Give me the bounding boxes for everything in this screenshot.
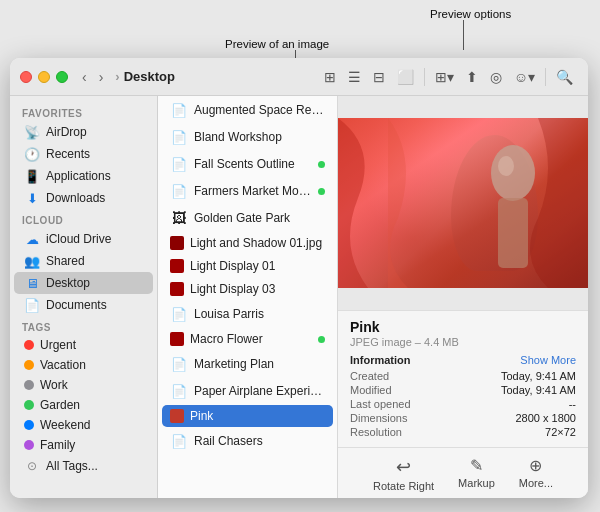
show-more-link[interactable]: Show More xyxy=(520,354,576,366)
file-size-separator: – xyxy=(415,336,424,348)
file-info: Pink JPEG image – 4.4 MB Information Sho… xyxy=(338,310,588,447)
view-gallery-btn[interactable]: ⬜ xyxy=(392,66,419,88)
file-icon xyxy=(170,282,184,296)
file-name: Pink xyxy=(190,409,325,423)
file-name: Rail Chasers xyxy=(194,434,325,448)
file-icon: 📄 xyxy=(170,305,188,323)
file-size: 4.4 MB xyxy=(424,336,459,348)
sidebar-item-label: Shared xyxy=(46,254,85,268)
fullscreen-button[interactable] xyxy=(56,71,68,83)
file-item[interactable]: 📄 Fall Scents Outline xyxy=(162,151,333,177)
sidebar-item-downloads[interactable]: ⬇ Downloads xyxy=(14,187,153,209)
back-button[interactable]: ‹ xyxy=(78,67,91,87)
sidebar-item-work[interactable]: Work xyxy=(14,375,153,395)
weekend-tag-dot xyxy=(24,420,34,430)
info-row: ModifiedToday, 9:41 AM xyxy=(350,383,576,397)
content-area: Favorites 📡 AirDrop 🕐 Recents 📱 Applicat… xyxy=(10,96,588,498)
info-row-key: Created xyxy=(350,370,389,382)
more-button[interactable]: ⊕ More... xyxy=(519,456,553,492)
file-icon: 📄 xyxy=(170,432,188,450)
urgent-tag-dot xyxy=(24,340,34,350)
preview-panel: Pink JPEG image – 4.4 MB Information Sho… xyxy=(338,96,588,498)
sidebar-item-label: Applications xyxy=(46,169,111,183)
sidebar-item-desktop[interactable]: 🖥 Desktop xyxy=(14,272,153,294)
airdrop-icon: 📡 xyxy=(24,124,40,140)
sidebar-item-documents[interactable]: 📄 Documents xyxy=(14,294,153,316)
view-icon-btn[interactable]: ⊞ xyxy=(319,66,341,88)
file-item-pink[interactable]: Pink xyxy=(162,405,333,427)
sidebar-item-shared[interactable]: 👥 Shared xyxy=(14,250,153,272)
file-name: Light Display 03 xyxy=(190,282,325,296)
vacation-tag-dot xyxy=(24,360,34,370)
markup-button[interactable]: ✎ Markup xyxy=(458,456,495,492)
sidebar-item-label: Family xyxy=(40,438,75,452)
file-icon: 📄 xyxy=(170,182,188,200)
info-row: Dimensions2800 x 1800 xyxy=(350,411,576,425)
share-btn[interactable]: ⬆ xyxy=(461,66,483,88)
information-label: Information xyxy=(350,354,411,366)
markup-label: Markup xyxy=(458,477,495,489)
file-item[interactable]: Light Display 01 xyxy=(162,255,333,277)
svg-point-3 xyxy=(498,156,514,176)
file-item[interactable]: 📄 Bland Workshop xyxy=(162,124,333,150)
sidebar-item-recents[interactable]: 🕐 Recents xyxy=(14,143,153,165)
icloud-drive-icon: ☁ xyxy=(24,231,40,247)
sidebar-item-vacation[interactable]: Vacation xyxy=(14,355,153,375)
sidebar-item-label: Weekend xyxy=(40,418,90,432)
group-btn[interactable]: ⊞▾ xyxy=(430,66,459,88)
search-btn[interactable]: 🔍 xyxy=(551,66,578,88)
downloads-icon: ⬇ xyxy=(24,190,40,206)
info-row-value: Today, 9:41 AM xyxy=(501,370,576,382)
family-tag-dot xyxy=(24,440,34,450)
close-button[interactable] xyxy=(20,71,32,83)
sidebar-item-family[interactable]: Family xyxy=(14,435,153,455)
tags-section-label: Tags xyxy=(10,316,157,335)
annotation-preview-options: Preview options xyxy=(430,8,511,20)
file-item[interactable]: 🖼 Golden Gate Park xyxy=(162,205,333,231)
info-row-key: Modified xyxy=(350,384,392,396)
more-label: More... xyxy=(519,477,553,489)
tag-dot xyxy=(318,161,325,168)
sidebar-item-urgent[interactable]: Urgent xyxy=(14,335,153,355)
tag-dot xyxy=(318,336,325,343)
file-item[interactable]: 📄 Paper Airplane Experiment xyxy=(162,378,333,404)
file-item[interactable]: 📄 Marketing Plan xyxy=(162,351,333,377)
rotate-right-icon: ↩ xyxy=(396,456,411,478)
forward-button[interactable]: › xyxy=(95,67,108,87)
sidebar-item-label: Urgent xyxy=(40,338,76,352)
rotate-right-label: Rotate Right xyxy=(373,480,434,492)
sidebar-item-airdrop[interactable]: 📡 AirDrop xyxy=(14,121,153,143)
sidebar-item-all-tags[interactable]: ⊙ All Tags... xyxy=(14,455,153,477)
file-icon xyxy=(170,259,184,273)
info-section-header: Information Show More xyxy=(350,354,576,366)
file-item[interactable]: 📄 Farmers Market Monthly Packet xyxy=(162,178,333,204)
info-row: CreatedToday, 9:41 AM xyxy=(350,369,576,383)
sidebar-item-icloud-drive[interactable]: ☁ iCloud Drive xyxy=(14,228,153,250)
finder-window: ‹ › › Desktop ⊞ ☰ ⊟ ⬜ ⊞▾ ⬆ ◎ ☺▾ 🔍 xyxy=(10,58,588,498)
sidebar: Favorites 📡 AirDrop 🕐 Recents 📱 Applicat… xyxy=(10,96,158,498)
desktop-icon: 🖥 xyxy=(24,275,40,291)
file-item[interactable]: 📄 Louisa Parris xyxy=(162,301,333,327)
rotate-right-button[interactable]: ↩ Rotate Right xyxy=(373,456,434,492)
recents-icon: 🕐 xyxy=(24,146,40,162)
file-item[interactable]: 📄 Rail Chasers xyxy=(162,428,333,454)
sidebar-item-label: All Tags... xyxy=(46,459,98,473)
minimize-button[interactable] xyxy=(38,71,50,83)
file-item[interactable]: Light and Shadow 01.jpg xyxy=(162,232,333,254)
file-item[interactable]: 📄 Augmented Space Reimagined xyxy=(162,97,333,123)
view-list-btn[interactable]: ☰ xyxy=(343,66,366,88)
favorites-section-label: Favorites xyxy=(10,102,157,121)
sidebar-item-garden[interactable]: Garden xyxy=(14,395,153,415)
preview-image-area xyxy=(338,96,588,310)
view-column-btn[interactable]: ⊟ xyxy=(368,66,390,88)
info-row-value: 2800 x 1800 xyxy=(515,412,576,424)
sidebar-item-label: AirDrop xyxy=(46,125,87,139)
file-icon xyxy=(170,409,184,423)
sidebar-item-applications[interactable]: 📱 Applications xyxy=(14,165,153,187)
markup-icon: ✎ xyxy=(470,456,483,475)
sidebar-item-weekend[interactable]: Weekend xyxy=(14,415,153,435)
file-item[interactable]: Macro Flower xyxy=(162,328,333,350)
action-btn[interactable]: ☺▾ xyxy=(509,66,540,88)
file-item[interactable]: Light Display 03 xyxy=(162,278,333,300)
tag-btn[interactable]: ◎ xyxy=(485,66,507,88)
